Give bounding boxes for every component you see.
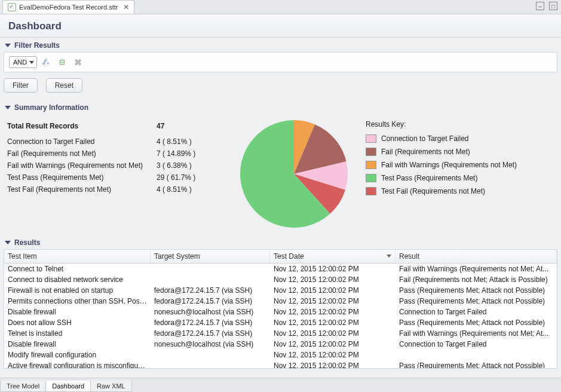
logic-select[interactable]: AND: [9, 56, 37, 68]
cell-test-item: Disable firewall: [4, 339, 151, 350]
cell-target-system: fedora@172.24.15.7 (via SSH): [151, 328, 270, 339]
col-test-date[interactable]: Test Date: [270, 250, 396, 263]
reset-button[interactable]: Reset: [46, 78, 82, 93]
table-row[interactable]: Disable firewallnonesuch@localhost (via …: [4, 339, 557, 350]
tree-filter-icon[interactable]: ⊟: [57, 57, 67, 67]
cell-target-system: fedora@172.24.15.7 (via SSH): [151, 317, 270, 328]
legend-swatch: [366, 187, 376, 195]
cell-test-item: Active firewall configuration is misconf…: [4, 360, 151, 368]
logic-select-label: AND: [13, 59, 27, 66]
minimize-icon[interactable]: –: [536, 2, 544, 10]
tab-tree-model[interactable]: Tree Model: [0, 381, 46, 392]
tab-raw-xml[interactable]: Raw XML: [90, 381, 132, 392]
table-row[interactable]: Firewall is not enabled on startupfedora…: [4, 285, 557, 296]
editor-tab-label: EvalDemoFedora Test Record.sttr: [19, 4, 118, 11]
table-row[interactable]: Permits connections other than SSH, Post…: [4, 296, 557, 307]
summary-row-stat: 4 ( 8.51% ): [157, 136, 222, 148]
filter-button[interactable]: Filter: [4, 78, 38, 93]
legend-item: Connection to Target Failed: [366, 132, 517, 145]
cell-target-system: [151, 274, 270, 285]
maximize-icon[interactable]: □: [549, 2, 557, 10]
cell-test-item: Connect to disabled network service: [4, 274, 151, 285]
summary-row-label: Test Pass (Requirements Met): [7, 172, 157, 183]
chevron-down-icon: [29, 61, 34, 64]
section-results-header[interactable]: Results: [4, 235, 557, 249]
section-filter-label: Filter Results: [14, 41, 60, 50]
legend-swatch: [366, 174, 376, 182]
results-legend: Results Key: Connection to Target Failed…: [366, 120, 517, 198]
cell-test-item: Modify firewall configuration: [4, 350, 151, 360]
section-filter-header[interactable]: Filter Results: [4, 38, 557, 52]
cell-test-date: Nov 12, 2015 12:00:02 PM: [270, 296, 396, 307]
cell-target-system: fedora@172.24.15.7 (via SSH): [151, 296, 270, 307]
legend-swatch: [366, 161, 376, 169]
cell-test-item: Permits connections other than SSH, Post…: [4, 296, 151, 307]
sort-desc-icon: [387, 255, 391, 258]
table-row[interactable]: Disable firewallnonesuch@localhost (via …: [4, 307, 557, 317]
test-record-icon: [8, 3, 16, 11]
cell-target-system: fedora@172.24.15.7 (via SSH): [151, 285, 270, 296]
bottom-tab-bar: Tree Model Dashboard Raw XML: [0, 378, 561, 392]
tab-dashboard[interactable]: Dashboard: [45, 381, 91, 392]
table-row[interactable]: Does not allow SSHfedora@172.24.15.7 (vi…: [4, 317, 557, 328]
text-filter-icon[interactable]: ⁄⁄₊: [42, 57, 51, 67]
summary-row: Fail (Requirements not Met)7 ( 14.89% ): [7, 148, 222, 160]
cell-result: Pass (Requirements Met; Attack not Possi…: [396, 285, 557, 296]
cell-target-system: [151, 360, 270, 368]
table-row[interactable]: Active firewall configuration is misconf…: [4, 360, 557, 368]
table-row[interactable]: Connect to disabled network serviceNov 1…: [4, 274, 557, 285]
summary-row: Connection to Target Failed4 ( 8.51% ): [7, 136, 222, 148]
close-icon[interactable]: ✕: [121, 3, 129, 11]
cell-result: Fail with Warnings (Requirements not Met…: [396, 328, 557, 339]
summary-row-stat: 4 ( 8.51% ): [157, 183, 222, 195]
col-test-item[interactable]: Test Item: [4, 250, 151, 263]
legend-swatch: [366, 148, 376, 156]
summary-total-label: Total Result Records: [7, 120, 157, 132]
legend-item: Test Pass (Requirements Met): [366, 172, 517, 185]
table-row[interactable]: Connect to TelnetNov 12, 2015 12:00:02 P…: [4, 264, 557, 274]
cell-test-date: Nov 12, 2015 12:00:02 PM: [270, 274, 396, 285]
filter-panel: AND ⁄⁄₊ ⊟ ✖: [4, 52, 557, 72]
cell-test-item: Firewall is not enabled on startup: [4, 285, 151, 296]
cell-test-item: Does not allow SSH: [4, 317, 151, 328]
cell-test-date: Nov 12, 2015 12:00:02 PM: [270, 350, 396, 360]
col-target-system[interactable]: Target System: [151, 250, 270, 263]
cell-target-system: nonesuch@localhost (via SSH): [151, 339, 270, 350]
table-row[interactable]: Telnet is installedfedora@172.24.15.7 (v…: [4, 328, 557, 339]
summary-row-stat: 29 ( 61.7% ): [157, 172, 222, 183]
section-summary-label: Summary Information: [14, 103, 88, 112]
cell-result: Pass (Requirements Met; Attack not Possi…: [396, 317, 557, 328]
window-controls: – □: [536, 2, 557, 10]
results-header-row: Test Item Target System Test Date Result: [4, 250, 557, 264]
summary-row: Test Fail (Requirements not Met)4 ( 8.51…: [7, 183, 222, 195]
results-pie-chart: [240, 120, 348, 228]
summary-row-stat: 7 ( 14.89% ): [157, 148, 222, 160]
legend-item: Fail (Requirements not Met): [366, 145, 517, 158]
summary-row: Test Pass (Requirements Met)29 ( 61.7% ): [7, 172, 222, 183]
legend-label: Fail (Requirements not Met): [381, 145, 470, 158]
app-window: EvalDemoFedora Test Record.sttr ✕ – □ Da…: [0, 0, 561, 392]
section-summary-header[interactable]: Summary Information: [4, 100, 557, 114]
summary-table: Total Result Records 47 Connection to Ta…: [7, 120, 222, 195]
cell-target-system: nonesuch@localhost (via SSH): [151, 307, 270, 317]
cell-result: Connection to Target Failed: [396, 307, 557, 317]
collapse-icon: [5, 106, 11, 109]
collapse-icon: [5, 241, 11, 244]
legend-label: Connection to Target Failed: [381, 132, 469, 145]
clear-filter-icon[interactable]: ✖: [73, 57, 82, 67]
summary-panel: Total Result Records 47 Connection to Ta…: [4, 114, 557, 235]
cell-target-system: [151, 350, 270, 360]
legend-label: Test Fail (Requirements not Met): [381, 185, 485, 198]
legend-label: Test Pass (Requirements Met): [381, 172, 477, 185]
cell-result: Fail (Requirements not Met; Attack is Po…: [396, 274, 557, 285]
summary-row-label: Fail (Requirements not Met): [7, 148, 157, 160]
col-result[interactable]: Result: [396, 250, 557, 263]
cell-test-date: Nov 12, 2015 12:00:02 PM: [270, 307, 396, 317]
summary-row-stat: 3 ( 6.38% ): [157, 160, 222, 172]
legend-label: Fail with Warnings (Requirements not Met…: [381, 158, 517, 172]
summary-total-value: 47: [157, 120, 222, 132]
table-row[interactable]: Modify firewall configurationNov 12, 201…: [4, 350, 557, 360]
cell-test-date: Nov 12, 2015 12:00:02 PM: [270, 328, 396, 339]
cell-test-item: Disable firewall: [4, 307, 151, 317]
editor-tab[interactable]: EvalDemoFedora Test Record.sttr ✕: [2, 0, 134, 14]
